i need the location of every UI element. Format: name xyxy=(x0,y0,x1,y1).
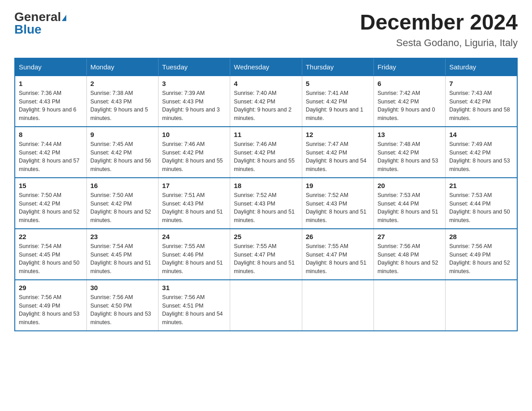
day-number: 21 xyxy=(449,182,513,189)
day-number: 3 xyxy=(162,80,226,87)
day-info: Sunrise: 7:55 AMSunset: 4:46 PMDaylight:… xyxy=(162,243,223,274)
day-number: 17 xyxy=(162,182,226,189)
days-of-week-row: SundayMondayTuesdayWednesdayThursdayFrid… xyxy=(15,58,517,76)
day-info: Sunrise: 7:36 AMSunset: 4:43 PMDaylight:… xyxy=(19,90,77,121)
logo: General Blue xyxy=(14,11,66,36)
calendar-day-cell: 5 Sunrise: 7:41 AMSunset: 4:42 PMDayligh… xyxy=(302,76,373,127)
day-number: 14 xyxy=(449,131,513,138)
calendar-day-cell: 23 Sunrise: 7:54 AMSunset: 4:45 PMDaylig… xyxy=(86,229,158,280)
day-of-week-header: Monday xyxy=(86,58,158,76)
location-subtitle: Sesta Godano, Liguria, Italy xyxy=(360,37,518,49)
day-info: Sunrise: 7:46 AMSunset: 4:42 PMDaylight:… xyxy=(234,141,295,172)
day-info: Sunrise: 7:41 AMSunset: 4:42 PMDaylight:… xyxy=(306,90,364,121)
day-info: Sunrise: 7:40 AMSunset: 4:42 PMDaylight:… xyxy=(234,90,292,121)
calendar-day-cell: 2 Sunrise: 7:38 AMSunset: 4:43 PMDayligh… xyxy=(86,76,158,127)
calendar-day-cell: 27 Sunrise: 7:56 AMSunset: 4:48 PMDaylig… xyxy=(373,229,445,280)
day-info: Sunrise: 7:55 AMSunset: 4:47 PMDaylight:… xyxy=(234,243,295,274)
calendar-day-cell: 15 Sunrise: 7:50 AMSunset: 4:42 PMDaylig… xyxy=(15,178,86,229)
calendar-day-cell: 12 Sunrise: 7:47 AMSunset: 4:42 PMDaylig… xyxy=(302,127,373,178)
day-number: 19 xyxy=(306,182,370,189)
calendar-day-cell: 24 Sunrise: 7:55 AMSunset: 4:46 PMDaylig… xyxy=(159,229,230,280)
calendar-week-row: 29 Sunrise: 7:56 AMSunset: 4:49 PMDaylig… xyxy=(15,280,517,331)
calendar-day-cell: 22 Sunrise: 7:54 AMSunset: 4:45 PMDaylig… xyxy=(15,229,86,280)
day-number: 23 xyxy=(90,233,154,240)
calendar-day-cell: 9 Sunrise: 7:45 AMSunset: 4:42 PMDayligh… xyxy=(86,127,158,178)
logo-general-text: General xyxy=(14,10,66,24)
calendar-day-cell: 10 Sunrise: 7:46 AMSunset: 4:42 PMDaylig… xyxy=(159,127,230,178)
day-info: Sunrise: 7:48 AMSunset: 4:42 PMDaylight:… xyxy=(378,141,438,172)
day-number: 2 xyxy=(90,80,154,87)
day-info: Sunrise: 7:44 AMSunset: 4:42 PMDaylight:… xyxy=(19,141,80,172)
day-info: Sunrise: 7:56 AMSunset: 4:51 PMDaylight:… xyxy=(162,294,223,325)
day-info: Sunrise: 7:55 AMSunset: 4:47 PMDaylight:… xyxy=(306,243,367,274)
day-number: 25 xyxy=(234,233,298,240)
day-info: Sunrise: 7:42 AMSunset: 4:42 PMDaylight:… xyxy=(378,90,435,121)
day-of-week-header: Tuesday xyxy=(159,58,230,76)
day-number: 18 xyxy=(234,182,298,189)
day-of-week-header: Saturday xyxy=(446,58,517,76)
calendar-day-cell: 29 Sunrise: 7:56 AMSunset: 4:49 PMDaylig… xyxy=(15,280,86,331)
day-number: 5 xyxy=(306,80,370,87)
calendar-day-cell: 20 Sunrise: 7:53 AMSunset: 4:44 PMDaylig… xyxy=(373,178,445,229)
calendar-table: SundayMondayTuesdayWednesdayThursdayFrid… xyxy=(14,58,518,331)
calendar-day-cell: 28 Sunrise: 7:56 AMSunset: 4:49 PMDaylig… xyxy=(446,229,517,280)
calendar-day-cell: 21 Sunrise: 7:53 AMSunset: 4:44 PMDaylig… xyxy=(446,178,517,229)
calendar-day-cell: 4 Sunrise: 7:40 AMSunset: 4:42 PMDayligh… xyxy=(230,76,302,127)
calendar-day-cell: 14 Sunrise: 7:49 AMSunset: 4:42 PMDaylig… xyxy=(446,127,517,178)
day-info: Sunrise: 7:50 AMSunset: 4:42 PMDaylight:… xyxy=(90,192,151,223)
day-info: Sunrise: 7:39 AMSunset: 4:43 PMDaylight:… xyxy=(162,90,220,121)
day-number: 12 xyxy=(306,131,370,138)
day-info: Sunrise: 7:54 AMSunset: 4:45 PMDaylight:… xyxy=(90,243,151,274)
calendar-header: SundayMondayTuesdayWednesdayThursdayFrid… xyxy=(15,58,517,76)
calendar-day-cell: 25 Sunrise: 7:55 AMSunset: 4:47 PMDaylig… xyxy=(230,229,302,280)
day-info: Sunrise: 7:46 AMSunset: 4:42 PMDaylight:… xyxy=(162,141,223,172)
calendar-day-cell: 26 Sunrise: 7:55 AMSunset: 4:47 PMDaylig… xyxy=(302,229,373,280)
day-info: Sunrise: 7:47 AMSunset: 4:42 PMDaylight:… xyxy=(306,141,367,172)
day-number: 31 xyxy=(162,284,226,291)
day-number: 7 xyxy=(449,80,513,87)
day-info: Sunrise: 7:49 AMSunset: 4:42 PMDaylight:… xyxy=(449,141,510,172)
calendar-week-row: 15 Sunrise: 7:50 AMSunset: 4:42 PMDaylig… xyxy=(15,178,517,229)
day-number: 27 xyxy=(378,233,442,240)
calendar-day-cell: 7 Sunrise: 7:43 AMSunset: 4:42 PMDayligh… xyxy=(446,76,517,127)
day-number: 10 xyxy=(162,131,226,138)
day-number: 13 xyxy=(378,131,442,138)
calendar-day-cell: 19 Sunrise: 7:52 AMSunset: 4:43 PMDaylig… xyxy=(302,178,373,229)
calendar-day-cell: 16 Sunrise: 7:50 AMSunset: 4:42 PMDaylig… xyxy=(86,178,158,229)
day-number: 11 xyxy=(234,131,298,138)
day-number: 8 xyxy=(19,131,83,138)
day-number: 26 xyxy=(306,233,370,240)
calendar-day-cell: 13 Sunrise: 7:48 AMSunset: 4:42 PMDaylig… xyxy=(373,127,445,178)
calendar-week-row: 1 Sunrise: 7:36 AMSunset: 4:43 PMDayligh… xyxy=(15,76,517,127)
calendar-day-cell: 3 Sunrise: 7:39 AMSunset: 4:43 PMDayligh… xyxy=(159,76,230,127)
calendar-day-cell xyxy=(446,280,517,331)
calendar-day-cell: 6 Sunrise: 7:42 AMSunset: 4:42 PMDayligh… xyxy=(373,76,445,127)
calendar-day-cell xyxy=(230,280,302,331)
day-number: 28 xyxy=(449,233,513,240)
day-number: 16 xyxy=(90,182,154,189)
calendar-day-cell: 8 Sunrise: 7:44 AMSunset: 4:42 PMDayligh… xyxy=(15,127,86,178)
day-number: 1 xyxy=(19,80,83,87)
day-info: Sunrise: 7:56 AMSunset: 4:49 PMDaylight:… xyxy=(19,294,80,325)
calendar-day-cell: 11 Sunrise: 7:46 AMSunset: 4:42 PMDaylig… xyxy=(230,127,302,178)
day-number: 22 xyxy=(19,233,83,240)
logo-triangle-icon xyxy=(62,15,66,21)
month-year-title: December 2024 xyxy=(360,11,518,34)
day-of-week-header: Thursday xyxy=(302,58,373,76)
day-number: 6 xyxy=(378,80,442,87)
day-info: Sunrise: 7:56 AMSunset: 4:50 PMDaylight:… xyxy=(90,294,151,325)
day-of-week-header: Sunday xyxy=(15,58,86,76)
calendar-day-cell: 18 Sunrise: 7:52 AMSunset: 4:43 PMDaylig… xyxy=(230,178,302,229)
day-info: Sunrise: 7:43 AMSunset: 4:42 PMDaylight:… xyxy=(449,90,510,121)
calendar-week-row: 22 Sunrise: 7:54 AMSunset: 4:45 PMDaylig… xyxy=(15,229,517,280)
day-number: 29 xyxy=(19,284,83,291)
day-number: 30 xyxy=(90,284,154,291)
day-of-week-header: Friday xyxy=(373,58,445,76)
day-number: 20 xyxy=(378,182,442,189)
calendar-day-cell xyxy=(373,280,445,331)
calendar-day-cell xyxy=(302,280,373,331)
logo-blue-text: Blue xyxy=(14,22,42,36)
day-number: 4 xyxy=(234,80,298,87)
day-info: Sunrise: 7:52 AMSunset: 4:43 PMDaylight:… xyxy=(234,192,295,223)
calendar-body: 1 Sunrise: 7:36 AMSunset: 4:43 PMDayligh… xyxy=(15,76,517,331)
